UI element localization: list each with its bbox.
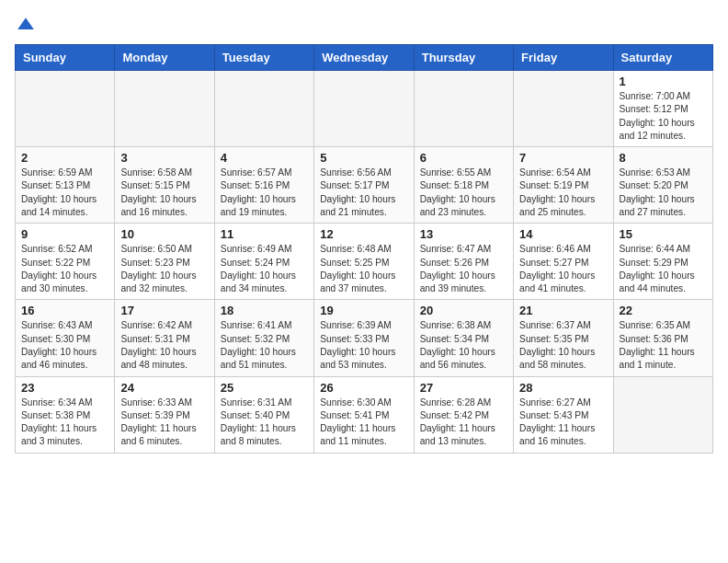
day-info: Sunrise: 6:58 AM Sunset: 5:15 PM Dayligh…: [120, 167, 208, 219]
calendar-cell: [314, 71, 414, 147]
day-info: Sunrise: 6:28 AM Sunset: 5:42 PM Dayligh…: [420, 396, 507, 449]
day-number: 6: [420, 151, 507, 165]
day-number: 18: [221, 304, 308, 317]
calendar-cell: 12Sunrise: 6:48 AM Sunset: 5:25 PM Dayli…: [314, 224, 414, 300]
calendar-cell: [414, 71, 513, 147]
day-number: 10: [120, 227, 208, 241]
calendar-cell: 5Sunrise: 6:56 AM Sunset: 5:17 PM Daylig…: [314, 147, 414, 224]
calendar-week-row: 23Sunrise: 6:34 AM Sunset: 5:38 PM Dayli…: [16, 376, 713, 453]
day-info: Sunrise: 6:39 AM Sunset: 5:33 PM Dayligh…: [320, 319, 407, 372]
calendar-cell: [514, 71, 613, 147]
calendar-week-row: 1Sunrise: 7:00 AM Sunset: 5:12 PM Daylig…: [16, 71, 713, 147]
calendar-cell: 15Sunrise: 6:44 AM Sunset: 5:29 PM Dayli…: [613, 224, 712, 300]
day-info: Sunrise: 6:53 AM Sunset: 5:20 PM Dayligh…: [620, 167, 707, 219]
day-info: Sunrise: 6:55 AM Sunset: 5:18 PM Dayligh…: [420, 167, 507, 219]
day-info: Sunrise: 6:49 AM Sunset: 5:24 PM Dayligh…: [221, 243, 308, 295]
calendar-cell: 2Sunrise: 6:59 AM Sunset: 5:13 PM Daylig…: [16, 147, 115, 224]
day-info: Sunrise: 6:31 AM Sunset: 5:40 PM Dayligh…: [221, 396, 308, 449]
day-info: Sunrise: 6:43 AM Sunset: 5:30 PM Dayligh…: [21, 319, 108, 372]
day-number: 4: [221, 151, 308, 165]
day-info: Sunrise: 6:41 AM Sunset: 5:32 PM Dayligh…: [221, 319, 308, 372]
calendar-cell: 1Sunrise: 7:00 AM Sunset: 5:12 PM Daylig…: [613, 71, 712, 147]
calendar-header-row: SundayMondayTuesdayWednesdayThursdayFrid…: [16, 45, 713, 71]
day-number: 14: [519, 227, 607, 241]
day-number: 17: [120, 304, 208, 317]
day-number: 1: [620, 75, 707, 88]
calendar-cell: 16Sunrise: 6:43 AM Sunset: 5:30 PM Dayli…: [16, 300, 115, 376]
calendar-cell: 14Sunrise: 6:46 AM Sunset: 5:27 PM Dayli…: [514, 224, 613, 300]
calendar-cell: 26Sunrise: 6:30 AM Sunset: 5:41 PM Dayli…: [314, 376, 414, 453]
calendar-cell: 9Sunrise: 6:52 AM Sunset: 5:22 PM Daylig…: [16, 224, 115, 300]
calendar-header-monday: Monday: [115, 45, 214, 71]
day-number: 7: [519, 151, 607, 165]
calendar-cell: 7Sunrise: 6:54 AM Sunset: 5:19 PM Daylig…: [514, 147, 613, 224]
calendar-cell: 13Sunrise: 6:47 AM Sunset: 5:26 PM Dayli…: [414, 224, 513, 300]
day-number: 23: [21, 381, 108, 395]
calendar-cell: 22Sunrise: 6:35 AM Sunset: 5:36 PM Dayli…: [613, 300, 712, 376]
calendar-cell: 10Sunrise: 6:50 AM Sunset: 5:23 PM Dayli…: [115, 224, 214, 300]
calendar-header-saturday: Saturday: [613, 45, 712, 71]
logo-icon: [15, 15, 37, 37]
day-info: Sunrise: 6:48 AM Sunset: 5:25 PM Dayligh…: [320, 243, 407, 295]
calendar-table: SundayMondayTuesdayWednesdayThursdayFrid…: [15, 44, 713, 454]
day-info: Sunrise: 6:44 AM Sunset: 5:29 PM Dayligh…: [620, 243, 707, 295]
calendar-header-wednesday: Wednesday: [314, 45, 414, 71]
day-number: 8: [620, 151, 707, 165]
day-info: Sunrise: 6:56 AM Sunset: 5:17 PM Dayligh…: [320, 167, 407, 219]
day-number: 13: [420, 227, 507, 241]
day-info: Sunrise: 6:30 AM Sunset: 5:41 PM Dayligh…: [320, 396, 407, 449]
calendar-cell: [613, 376, 712, 453]
calendar-cell: 27Sunrise: 6:28 AM Sunset: 5:42 PM Dayli…: [414, 376, 513, 453]
calendar-cell: [214, 71, 313, 147]
day-info: Sunrise: 6:54 AM Sunset: 5:19 PM Dayligh…: [519, 167, 607, 219]
calendar-week-row: 2Sunrise: 6:59 AM Sunset: 5:13 PM Daylig…: [16, 147, 713, 224]
day-number: 15: [620, 227, 707, 241]
day-number: 27: [420, 381, 507, 395]
day-number: 11: [221, 227, 308, 241]
day-info: Sunrise: 7:00 AM Sunset: 5:12 PM Dayligh…: [620, 90, 707, 143]
calendar-cell: [115, 71, 214, 147]
calendar-cell: 6Sunrise: 6:55 AM Sunset: 5:18 PM Daylig…: [414, 147, 513, 224]
day-number: 3: [120, 151, 208, 165]
calendar-cell: 8Sunrise: 6:53 AM Sunset: 5:20 PM Daylig…: [613, 147, 712, 224]
day-info: Sunrise: 6:33 AM Sunset: 5:39 PM Dayligh…: [120, 396, 208, 449]
calendar-header-sunday: Sunday: [16, 45, 115, 71]
day-info: Sunrise: 6:38 AM Sunset: 5:34 PM Dayligh…: [420, 319, 507, 372]
page-header: [15, 15, 713, 37]
day-number: 12: [320, 227, 407, 241]
day-info: Sunrise: 6:50 AM Sunset: 5:23 PM Dayligh…: [120, 243, 208, 295]
day-info: Sunrise: 6:59 AM Sunset: 5:13 PM Dayligh…: [21, 167, 108, 219]
day-number: 20: [420, 304, 507, 317]
day-number: 21: [519, 304, 607, 317]
day-info: Sunrise: 6:42 AM Sunset: 5:31 PM Dayligh…: [120, 319, 208, 372]
day-info: Sunrise: 6:57 AM Sunset: 5:16 PM Dayligh…: [221, 167, 308, 219]
calendar-cell: 25Sunrise: 6:31 AM Sunset: 5:40 PM Dayli…: [214, 376, 313, 453]
day-number: 22: [620, 304, 707, 317]
calendar-week-row: 9Sunrise: 6:52 AM Sunset: 5:22 PM Daylig…: [16, 224, 713, 300]
day-number: 24: [120, 381, 208, 395]
calendar-header-thursday: Thursday: [414, 45, 513, 71]
calendar-cell: 28Sunrise: 6:27 AM Sunset: 5:43 PM Dayli…: [514, 376, 613, 453]
day-number: 2: [21, 151, 108, 165]
calendar-cell: 18Sunrise: 6:41 AM Sunset: 5:32 PM Dayli…: [214, 300, 313, 376]
calendar-header-friday: Friday: [514, 45, 613, 71]
calendar-cell: 20Sunrise: 6:38 AM Sunset: 5:34 PM Dayli…: [414, 300, 513, 376]
calendar-cell: 3Sunrise: 6:58 AM Sunset: 5:15 PM Daylig…: [115, 147, 214, 224]
day-info: Sunrise: 6:52 AM Sunset: 5:22 PM Dayligh…: [21, 243, 108, 295]
calendar-cell: 17Sunrise: 6:42 AM Sunset: 5:31 PM Dayli…: [115, 300, 214, 376]
day-number: 28: [519, 381, 607, 395]
calendar-cell: 4Sunrise: 6:57 AM Sunset: 5:16 PM Daylig…: [214, 147, 313, 224]
calendar-header-tuesday: Tuesday: [214, 45, 313, 71]
day-number: 5: [320, 151, 407, 165]
day-number: 19: [320, 304, 407, 317]
calendar-cell: 24Sunrise: 6:33 AM Sunset: 5:39 PM Dayli…: [115, 376, 214, 453]
day-info: Sunrise: 6:46 AM Sunset: 5:27 PM Dayligh…: [519, 243, 607, 295]
day-number: 25: [221, 381, 308, 395]
day-info: Sunrise: 6:37 AM Sunset: 5:35 PM Dayligh…: [519, 319, 607, 372]
day-number: 9: [21, 227, 108, 241]
calendar-cell: 21Sunrise: 6:37 AM Sunset: 5:35 PM Dayli…: [514, 300, 613, 376]
svg-marker-0: [17, 17, 34, 29]
day-info: Sunrise: 6:34 AM Sunset: 5:38 PM Dayligh…: [21, 396, 108, 449]
day-info: Sunrise: 6:35 AM Sunset: 5:36 PM Dayligh…: [620, 319, 707, 372]
day-info: Sunrise: 6:47 AM Sunset: 5:26 PM Dayligh…: [420, 243, 507, 295]
